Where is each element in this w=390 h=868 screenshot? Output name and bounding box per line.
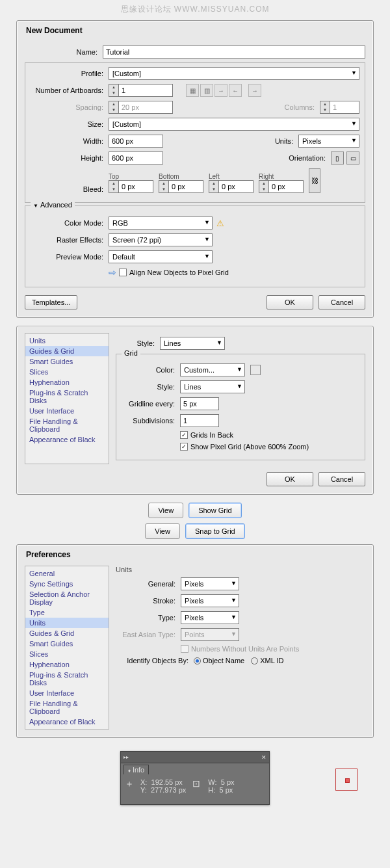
grid-color-label: Color: (122, 366, 180, 374)
view-menu-button[interactable]: View (145, 523, 180, 539)
sidebar-item[interactable]: General (25, 568, 109, 579)
artboards-stepper[interactable]: ▲▼ (109, 84, 173, 97)
show-pixel-grid-checkbox[interactable]: ✓ (180, 443, 188, 451)
general-units-dropdown[interactable]: Pixels▼ (181, 577, 239, 590)
xml-id-radio[interactable] (251, 657, 258, 664)
advanced-legend[interactable]: ▼Advanced (31, 201, 75, 209)
ok-button[interactable]: OK (266, 472, 313, 486)
bleed-label: Bleed: (31, 185, 109, 193)
chevron-down-icon: ▼ (216, 339, 222, 346)
row-rtl-icon: ← (229, 84, 242, 97)
name-input[interactable] (103, 46, 365, 59)
type-units-dropdown[interactable]: Pixels▼ (181, 611, 239, 624)
bleed-bottom[interactable]: ▲▼ (159, 180, 203, 193)
sidebar-item[interactable]: Plug-ins & Scratch Disks (25, 670, 109, 688)
gridline-every-input[interactable] (180, 397, 219, 410)
raster-dropdown[interactable]: Screen (72 ppi)▼ (109, 233, 213, 246)
show-grid-button[interactable]: Show Grid (188, 503, 241, 518)
sidebar-item[interactable]: Hyphenation (25, 377, 109, 388)
spacing-stepper: ▲▼ (109, 101, 173, 114)
sidebar-item[interactable]: Appearance of Black (25, 434, 109, 445)
chevron-down-icon: ▼ (237, 383, 242, 389)
x-label: X: (140, 778, 147, 786)
sidebar-item[interactable]: Type (25, 607, 109, 618)
sidebar-item[interactable]: Hyphenation (25, 659, 109, 670)
object-name-label: Object Name (203, 657, 244, 664)
grid-style-dropdown[interactable]: Lines▼ (180, 380, 245, 393)
selection-bounding-box (335, 769, 358, 791)
sidebar-item[interactable]: Slices (25, 367, 109, 377)
warning-icon: ⚠ (216, 218, 224, 228)
row-ltr-icon: → (214, 84, 228, 97)
panel-menu-icon[interactable]: ▸▸ (124, 754, 129, 760)
view-menu-button[interactable]: View (148, 503, 183, 518)
raster-label: Raster Effects: (31, 236, 109, 244)
grid-style-label: Style: (122, 383, 180, 391)
preferences-dialog-units: Preferences GeneralSync SettingsSelectio… (16, 544, 374, 738)
ok-button[interactable]: OK (266, 295, 313, 309)
snap-to-grid-button[interactable]: Snap to Grid (185, 523, 245, 539)
east-asian-label: East Asian Type: (116, 631, 181, 638)
sidebar-item[interactable]: Sync Settings (25, 579, 109, 589)
sidebar-item[interactable]: File Handling & Clipboard (25, 416, 109, 434)
sidebar-item[interactable]: Units (25, 335, 109, 346)
sidebar-item[interactable]: Guides & Grid (25, 346, 109, 356)
guides-style-dropdown[interactable]: Lines▼ (160, 337, 225, 350)
profile-dropdown[interactable]: [Custom]▼ (109, 67, 359, 80)
bleed-left[interactable]: ▲▼ (209, 180, 254, 193)
templates-button[interactable]: Templates... (25, 295, 77, 309)
artboards-label: Number of Artboards: (31, 86, 109, 94)
chevron-down-icon: ▼ (231, 597, 237, 603)
sidebar-item[interactable]: Slices (25, 649, 109, 659)
align-pixel-grid-label: Align New Objects to Pixel Grid (129, 269, 229, 276)
align-pixel-grid-checkbox[interactable] (119, 269, 127, 276)
columns-label: Columns: (281, 103, 320, 111)
portrait-icon[interactable]: ▯ (331, 151, 344, 164)
grids-back-checkbox[interactable]: ✓ (180, 431, 188, 439)
chevron-down-icon: ▼ (204, 236, 210, 243)
object-name-radio[interactable] (194, 657, 201, 664)
bleed-top-label: Top (109, 173, 153, 180)
link-bleed-icon[interactable]: ⛓ (309, 168, 320, 193)
bleed-right[interactable]: ▲▼ (259, 180, 304, 193)
height-label: Height: (31, 154, 109, 162)
type-units-label: Type: (116, 614, 181, 622)
arrow-right-icon: ⇨ (109, 267, 116, 278)
w-label: W: (208, 778, 216, 786)
size-dropdown[interactable]: [Custom]▼ (109, 118, 359, 131)
preview-dropdown[interactable]: Default▼ (109, 250, 213, 263)
cancel-button[interactable]: Cancel (318, 472, 365, 486)
size-label: Size: (31, 120, 109, 128)
cancel-button[interactable]: Cancel (318, 295, 365, 309)
landscape-icon[interactable]: ▭ (346, 151, 359, 164)
sidebar-item[interactable]: Plug-ins & Scratch Disks (25, 388, 109, 406)
sidebar-item[interactable]: Smart Guides (25, 356, 109, 367)
width-input[interactable] (109, 135, 163, 148)
bleed-top[interactable]: ▲▼ (109, 180, 153, 193)
sidebar-item[interactable]: Appearance of Black (25, 717, 109, 727)
subdiv-input[interactable] (180, 414, 219, 427)
sidebar-item[interactable]: User Interface (25, 406, 109, 416)
sidebar-item[interactable]: File Handling & Clipboard (25, 698, 109, 717)
close-icon[interactable]: ✕ (261, 754, 266, 761)
prefs-sidebar: UnitsGuides & GridSmart GuidesSlicesHyph… (25, 333, 109, 464)
sidebar-item[interactable]: Guides & Grid (25, 628, 109, 638)
sidebar-item[interactable]: Units (25, 618, 109, 628)
chevron-down-icon: ▼ (204, 219, 210, 226)
new-document-dialog: New Document Name: Profile: [Custom]▼ Nu… (16, 20, 374, 318)
color-mode-dropdown[interactable]: RGB▼ (109, 217, 213, 230)
chevron-down-icon: ▼ (231, 631, 237, 637)
info-tab[interactable]: ♦ Info (124, 765, 149, 774)
profile-label: Profile: (31, 70, 109, 77)
preferences-dialog-grid: UnitsGuides & GridSmart GuidesSlicesHyph… (16, 326, 374, 495)
sidebar-item[interactable]: User Interface (25, 688, 109, 698)
units-dropdown[interactable]: Pixels▼ (298, 135, 359, 148)
height-input[interactable] (109, 151, 163, 164)
sidebar-item[interactable]: Selection & Anchor Display (25, 589, 109, 607)
stroke-units-dropdown[interactable]: Pixels▼ (181, 594, 239, 607)
sidebar-item[interactable]: Smart Guides (25, 638, 109, 649)
grid-color-swatch[interactable] (250, 365, 261, 375)
grid-color-dropdown[interactable]: Custom...▼ (180, 363, 245, 376)
guides-style-label: Style: (116, 339, 160, 347)
disclosure-triangle-icon: ▼ (33, 203, 38, 209)
